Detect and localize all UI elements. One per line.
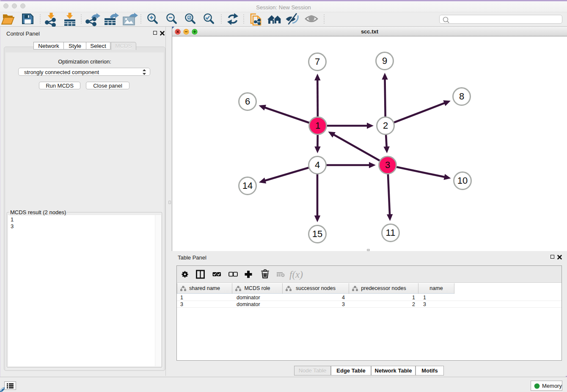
svg-text:8: 8	[459, 91, 464, 102]
svg-text:15: 15	[312, 229, 322, 239]
svg-text:3: 3	[385, 160, 390, 170]
svg-text:4: 4	[315, 160, 320, 170]
svg-text:7: 7	[315, 56, 320, 67]
svg-text:6: 6	[245, 96, 250, 107]
svg-text:14: 14	[242, 180, 253, 191]
svg-text:9: 9	[382, 55, 387, 66]
svg-text:10: 10	[457, 175, 468, 186]
svg-text:2: 2	[383, 120, 388, 131]
svg-text:f(x): f(x)	[289, 269, 303, 280]
svg-text:11: 11	[386, 227, 396, 238]
svg-text:1: 1	[315, 120, 320, 131]
